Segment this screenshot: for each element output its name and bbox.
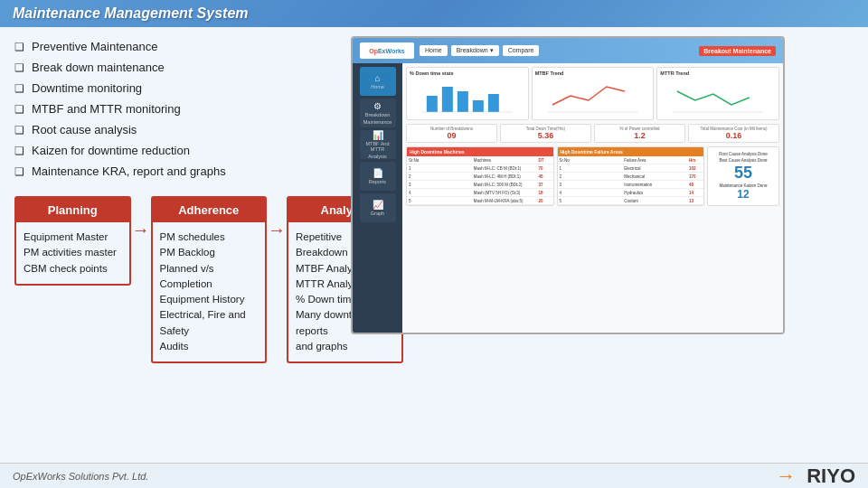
list-item: Root cause analysis — [14, 123, 262, 136]
header: Maintenance Management System — [0, 0, 868, 27]
right-panel: OpExWorks Home Breakdown ▾ Compare Break… — [271, 27, 868, 459]
list-item: MTBF and MTTR monitoring — [14, 102, 262, 116]
adherence-box: Adherence PM schedules PM Backlog Planne… — [151, 196, 268, 363]
table-row: 2 Mash M-LC: 4M H (BDt:1) 45 — [407, 173, 553, 181]
footer-brand: RIYO — [807, 465, 855, 488]
ss-stat-cost: Total Maintenance Cost (in Mil Items) 0.… — [688, 124, 779, 143]
ss-stat-downtime: Total Down Time(Hrs) 5.36 — [500, 124, 591, 143]
svg-rect-2 — [458, 91, 468, 112]
svg-rect-1 — [442, 87, 453, 112]
table-row: 4 Mash (MTV 5H FO) (St:3) 18 — [407, 189, 553, 197]
table-row: 3 Mash M-LC: 506 M (BDt:2) 37 — [407, 181, 553, 189]
ss-sidebar-mtbf[interactable]: 📊 MTBF And MTTR Analysis — [360, 130, 396, 159]
footer: OpExWorks Solutions Pvt. Ltd. → RIYO — [0, 463, 868, 488]
ss-sidebar-graph[interactable]: 📈 Graph — [360, 193, 396, 222]
table-row: 1 Mash M-LC: CB M (BDt:1) 70 — [407, 164, 553, 173]
flow-arrow-1: → — [131, 220, 151, 240]
ss-sidebar-reports[interactable]: 📄 Reports — [360, 162, 396, 191]
footer-right: → RIYO — [776, 465, 855, 488]
table-row: 2 Mechanical 170 — [558, 173, 704, 181]
footer-company: OpExWorks Solutions Pvt. Ltd. — [13, 471, 148, 482]
ss-nav: Home Breakdown ▾ Compare — [420, 45, 539, 56]
planning-box: Planning Equipment Master PM activities … — [14, 196, 131, 286]
svg-rect-3 — [473, 100, 484, 112]
adherence-body: PM schedules PM Backlog Planned v/s Comp… — [153, 222, 266, 361]
planning-body: Equipment Master PM activities master CB… — [16, 222, 129, 284]
ss-main-area: % Down time stats — [402, 63, 783, 333]
ss-table-header-row: Sr.No Machines DT — [407, 156, 553, 164]
table-row: 5 Mash M-M-LM-KRA (abs:5) 20 — [407, 197, 553, 205]
ss-table-failure: High Downtime Failure Areas Sr.No Failur… — [557, 146, 705, 206]
list-item: Break down maintenance — [14, 61, 262, 74]
ss-stats-row: Number of Breakdowns 09 Total Down Time(… — [406, 124, 779, 143]
ss-chart-downtime: % Down time stats — [406, 67, 529, 120]
svg-rect-0 — [427, 96, 438, 112]
list-item: Downtime monitoring — [14, 81, 262, 95]
ss-sidebar: ⌂ Home ⚙ Breakdown Maintenance 📊 MTBF An… — [353, 63, 402, 333]
planning-header: Planning — [16, 198, 129, 222]
list-item: Maintenance KRA, report and graphs — [14, 164, 262, 178]
ss-header: OpExWorks Home Breakdown ▾ Compare Break… — [353, 38, 783, 63]
ss-bottom-area: High Downtime Machines Sr.No Machines DT… — [406, 146, 779, 206]
adherence-header: Adherence — [153, 198, 266, 222]
ss-logo: OpExWorks — [360, 42, 414, 59]
ss-nav-compare[interactable]: Compare — [503, 45, 540, 56]
table-row: 1 Electrical 102 — [558, 164, 704, 173]
table-row: 4 Hydraulics 14 — [558, 189, 704, 197]
ss-sidebar-home[interactable]: ⌂ Home — [360, 67, 396, 96]
bullet-list: Preventive Maintenance Break down mainte… — [14, 40, 262, 178]
ss-sidebar-breakdown[interactable]: ⚙ Breakdown Maintenance — [360, 99, 396, 127]
ss-nav-home[interactable]: Home — [420, 45, 448, 56]
ss-kaizen-box: Root Cause Analysis Done Best Cause Anal… — [707, 146, 779, 206]
ss-stat-power: % of Power controlled 1.2 — [594, 124, 685, 143]
ss-nav-dropdown[interactable]: Breakdown ▾ — [451, 45, 499, 56]
ss-table-downtime: High Downtime Machines Sr.No Machines DT… — [406, 146, 554, 206]
table-row: 3 Instrumentation 48 — [558, 181, 704, 189]
ss-chart-mtbf: MTBF Trend — [532, 67, 655, 120]
svg-rect-4 — [488, 94, 499, 112]
ss-stat-breakdowns: Number of Breakdowns 09 — [406, 124, 497, 143]
ss-chart-mttr: MTTR Trend — [656, 67, 779, 120]
page-title: Maintenance Management System — [13, 5, 249, 21]
list-item: Kaizen for downtime reduction — [14, 144, 262, 157]
ss-chart-area: % Down time stats — [406, 67, 779, 120]
screenshot-frame: OpExWorks Home Breakdown ▾ Compare Break… — [351, 36, 785, 334]
ss-table-header-row: Sr.No Failure Area Hrs — [558, 156, 704, 164]
arrow-icon: → — [776, 465, 796, 488]
table-row: 5 Coolant 13 — [558, 197, 704, 205]
left-panel: Preventive Maintenance Break down mainte… — [0, 27, 271, 459]
ss-title-badge: Breakout Maintenance — [699, 46, 776, 56]
list-item: Preventive Maintenance — [14, 40, 262, 53]
ss-body: ⌂ Home ⚙ Breakdown Maintenance 📊 MTBF An… — [353, 63, 783, 333]
